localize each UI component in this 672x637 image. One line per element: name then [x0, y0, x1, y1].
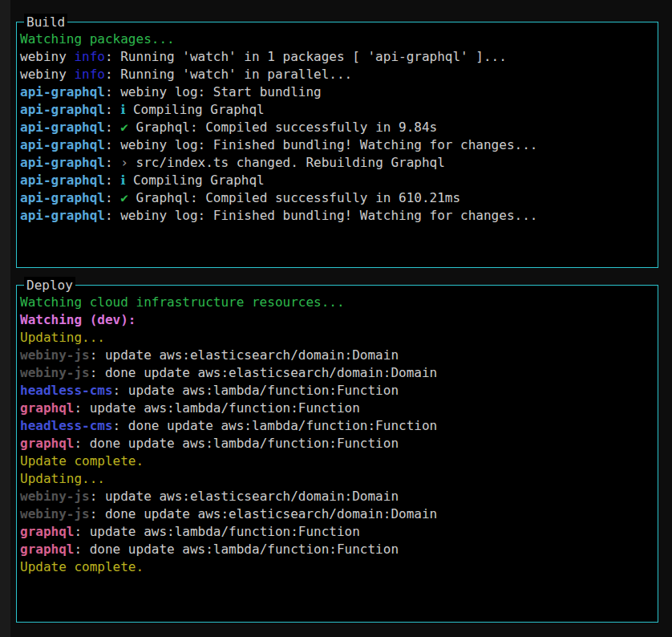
build-panel-title: Build	[24, 14, 67, 31]
success-check-icon: ✔	[120, 190, 128, 205]
log-text: : webiny log: Finished bundling! Watchin…	[105, 208, 537, 223]
deploy-log: Watching cloud infrastructure resources.…	[17, 286, 658, 576]
log-text: webiny	[20, 49, 74, 64]
package-label: api-graphql	[20, 208, 105, 223]
log-text: Graphql: Compiled successfully in 610.21…	[128, 190, 460, 205]
package-label: webiny-js	[20, 365, 90, 380]
log-text: : Running 'watch' in 1 packages [ 'api-g…	[105, 49, 507, 64]
package-label: graphql	[20, 542, 74, 557]
log-text: info	[74, 67, 105, 82]
log-line: api-graphql: ✔ Graphql: Compiled success…	[20, 119, 658, 136]
log-line: headless-cms: update aws:lambda/function…	[20, 382, 658, 400]
package-label: headless-cms	[20, 418, 113, 433]
log-line: graphql: done update aws:lambda/function…	[20, 541, 658, 558]
log-line: headless-cms: done update aws:lambda/fun…	[20, 417, 658, 435]
log-line: api-graphql: webiny log: Start bundling	[20, 83, 658, 101]
log-line: Update complete.	[20, 558, 658, 576]
log-text: src/index.ts changed. Rebuilding Graphql	[128, 155, 445, 170]
log-text: : update aws:elasticsearch/domain:Domain	[90, 347, 399, 363]
log-text: Updating...	[20, 471, 105, 486]
log-text: Compiling Graphql	[125, 102, 264, 117]
log-line: api-graphql: › src/index.ts changed. Reb…	[20, 154, 658, 172]
build-panel: Build Watching packages...webiny info: R…	[16, 22, 658, 268]
log-line: Watching (dev):	[20, 311, 658, 329]
log-line: webiny-js: update aws:elasticsearch/doma…	[20, 488, 658, 505]
package-label: graphql	[20, 524, 74, 539]
log-text: Watching packages...	[20, 31, 175, 47]
log-line: webiny-js: done update aws:elasticsearch…	[20, 364, 658, 382]
log-text: : done update aws:lambda/function:Functi…	[113, 418, 438, 433]
log-text: webiny	[20, 67, 74, 82]
log-line: webiny-js: update aws:elasticsearch/doma…	[20, 347, 658, 364]
deploy-panel: Deploy Watching cloud infrastructure res…	[16, 285, 658, 623]
log-text: : Running 'watch' in parallel...	[105, 67, 352, 82]
log-line: Updating...	[20, 470, 658, 488]
log-line: api-graphql: ℹ Compiling Graphql	[20, 172, 658, 189]
log-text: Updating...	[20, 330, 105, 345]
log-text: : update aws:elasticsearch/domain:Domain	[90, 489, 399, 504]
log-line: api-graphql: webiny log: Finished bundli…	[20, 136, 658, 154]
log-text: : done update aws:lambda/function:Functi…	[74, 542, 399, 557]
package-label: api-graphql	[20, 120, 105, 135]
package-label: webiny-js	[20, 347, 90, 363]
build-log: Watching packages...webiny info: Running…	[17, 22, 658, 225]
log-text: :	[105, 190, 120, 205]
log-text: Update complete.	[20, 559, 144, 574]
log-line: graphql: update aws:lambda/function:Func…	[20, 523, 658, 541]
log-text: Compiling Graphql	[125, 172, 264, 188]
log-text: : update aws:lambda/function:Function	[74, 400, 359, 416]
log-text: : done update aws:elasticsearch/domain:D…	[90, 506, 437, 521]
package-label: api-graphql	[20, 155, 105, 170]
success-check-icon: ✔	[120, 120, 128, 135]
log-text: Watching cloud infrastructure resources.…	[20, 294, 345, 310]
package-label: api-graphql	[20, 137, 105, 152]
log-text: Watching (dev):	[20, 312, 136, 327]
package-label: api-graphql	[20, 172, 105, 188]
log-text: :	[105, 102, 120, 117]
log-text: :	[105, 155, 120, 170]
log-text: Graphql: Compiled successfully in 9.84s	[128, 120, 437, 135]
package-label: api-graphql	[20, 102, 105, 117]
log-line: api-graphql: webiny log: Finished bundli…	[20, 207, 658, 225]
log-line: webiny info: Running 'watch' in parallel…	[20, 66, 658, 83]
package-label: headless-cms	[20, 383, 113, 398]
log-line: Updating...	[20, 329, 658, 347]
changed-arrow-icon: ›	[120, 155, 128, 170]
log-text: info	[74, 49, 105, 64]
log-text: : update aws:lambda/function:Function	[113, 383, 399, 398]
log-line: Watching packages...	[20, 30, 658, 48]
log-text: Update complete.	[20, 453, 144, 469]
log-text: :	[105, 120, 120, 135]
log-line: Update complete.	[20, 452, 658, 470]
log-line: graphql: update aws:lambda/function:Func…	[20, 400, 658, 417]
log-line: api-graphql: ℹ Compiling Graphql	[20, 101, 658, 119]
deploy-panel-title: Deploy	[24, 277, 75, 294]
window-edge	[0, 0, 10, 637]
log-line: webiny-js: done update aws:elasticsearch…	[20, 505, 658, 523]
log-text: : done update aws:elasticsearch/domain:D…	[90, 365, 437, 380]
log-text: :	[105, 172, 120, 188]
log-line: api-graphql: ✔ Graphql: Compiled success…	[20, 189, 658, 207]
log-text: : webiny log: Start bundling	[105, 84, 322, 99]
package-label: graphql	[20, 400, 74, 416]
package-label: api-graphql	[20, 190, 105, 205]
log-text: : done update aws:lambda/function:Functi…	[74, 436, 399, 451]
package-label: api-graphql	[20, 84, 105, 99]
log-text: : update aws:lambda/function:Function	[74, 524, 359, 539]
log-line: graphql: done update aws:lambda/function…	[20, 435, 658, 452]
log-line: Watching cloud infrastructure resources.…	[20, 294, 658, 311]
package-label: graphql	[20, 436, 74, 451]
log-line: webiny info: Running 'watch' in 1 packag…	[20, 48, 658, 66]
log-text: : webiny log: Finished bundling! Watchin…	[105, 137, 537, 152]
package-label: webiny-js	[20, 506, 90, 521]
package-label: webiny-js	[20, 489, 90, 504]
